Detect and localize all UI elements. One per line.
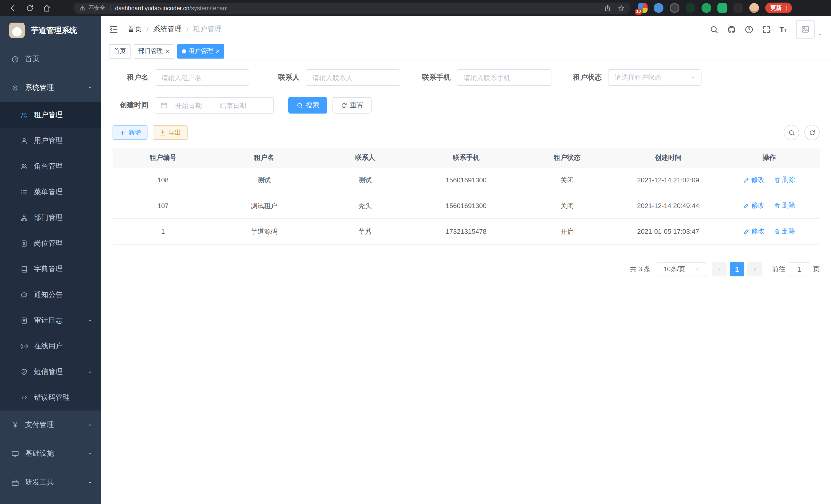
github-icon[interactable] [727, 25, 736, 34]
security-label[interactable]: 不安全 [88, 4, 105, 12]
help-icon[interactable] [744, 25, 753, 34]
not-secure-warning-icon[interactable] [79, 5, 86, 11]
sidebar-item-dict[interactable]: 字典管理 [0, 256, 101, 282]
app-logo[interactable]: 芋道管理系统 [0, 16, 101, 45]
prev-page-button[interactable] [712, 262, 727, 276]
sidebar-item-home[interactable]: 首页 [0, 45, 101, 73]
sidebar-item-notice[interactable]: 通知公告 [0, 282, 101, 308]
bookmark-star-icon[interactable] [618, 4, 625, 11]
extension-icon[interactable] [670, 3, 679, 13]
sidebar-item-dev-tools[interactable]: 研发工具 [0, 468, 101, 497]
filter-row-1: 租户名 联系人 联系手机 租户状态 请选择租户状态 [113, 69, 820, 86]
tab-home[interactable]: 首页 [109, 44, 131, 58]
org-tree-icon [21, 214, 28, 221]
refresh-table-button[interactable] [804, 125, 820, 140]
date-range-picker[interactable]: - [155, 97, 274, 114]
sidebar-item-payment[interactable]: 支付管理 [0, 411, 101, 439]
sidebar-item-sms[interactable]: 短信管理 [0, 359, 101, 385]
fullscreen-icon[interactable] [762, 25, 771, 34]
page-size-select[interactable]: 10条/页 [657, 262, 706, 276]
tenant-name-input[interactable] [155, 69, 249, 86]
chrome-update-button[interactable]: 更新 [765, 3, 792, 13]
end-date-input[interactable] [214, 101, 252, 109]
cell-status: 关闭 [517, 167, 618, 193]
share-icon[interactable] [604, 4, 611, 11]
pencil-icon [743, 177, 750, 183]
export-button[interactable]: 导出 [153, 125, 188, 140]
avatar[interactable] [796, 20, 814, 38]
menu-list-icon [21, 188, 28, 196]
chevron-down-icon [87, 369, 93, 375]
goto-prefix-label: 前往 [772, 265, 785, 274]
sidebar-item-menu[interactable]: 菜单管理 [0, 179, 101, 205]
tab-dept[interactable]: 部门管理 × [134, 44, 174, 58]
sidebar-item-error-code[interactable]: 错误码管理 [0, 385, 101, 411]
reset-button[interactable]: 重置 [333, 97, 372, 114]
goto-page: 前往 页 [772, 262, 820, 276]
browser-menu-dots-icon[interactable] [783, 5, 790, 11]
page-number-button[interactable]: 1 [730, 262, 744, 276]
home-icon[interactable] [42, 4, 51, 12]
trash-icon [774, 177, 780, 183]
sidebar-item-user[interactable]: 用户管理 [0, 128, 101, 154]
close-icon[interactable]: × [166, 48, 169, 55]
pencil-icon [743, 202, 750, 209]
url-text[interactable]: dashboard.yudao.iocoder.cn/system/tenant [115, 5, 597, 11]
breadcrumb-home[interactable]: 首页 [127, 25, 142, 34]
extension-icon[interactable] [654, 3, 663, 13]
cell-tenant-name: 测试租户 [213, 193, 315, 218]
sidebar-item-online-user[interactable]: 在线用户 [0, 333, 101, 359]
add-button[interactable]: 新增 [113, 125, 147, 140]
toggle-search-button[interactable] [784, 125, 799, 140]
extension-icon[interactable] [701, 3, 711, 13]
extension-icon[interactable]: 10 [638, 3, 648, 13]
next-page-button[interactable] [747, 262, 762, 276]
profile-avatar-icon[interactable] [749, 3, 759, 13]
delete-link[interactable]: 删除 [774, 175, 795, 185]
collapse-sidebar-icon[interactable] [109, 24, 119, 34]
sidebar-item-post[interactable]: 岗位管理 [0, 231, 101, 256]
contact-input[interactable] [306, 69, 400, 86]
edit-link[interactable]: 修改 [743, 227, 765, 236]
badge-icon [21, 240, 28, 247]
sidebar-item-system[interactable]: 系统管理 [0, 73, 101, 102]
close-icon[interactable]: × [216, 48, 220, 55]
edit-link[interactable]: 修改 [743, 175, 765, 185]
tab-label: 首页 [114, 47, 126, 56]
sidebar-item-label: 错误码管理 [34, 393, 93, 402]
font-size-icon[interactable]: TT [779, 25, 787, 33]
extension-icon[interactable] [733, 3, 743, 13]
user-menu[interactable] [796, 20, 823, 38]
tab-tenant[interactable]: 租户管理 × [177, 44, 224, 58]
breadcrumb-separator: / [146, 25, 148, 33]
chevron-right-icon [751, 266, 758, 272]
sidebar-item-infra[interactable]: 基础设施 [0, 439, 101, 468]
chevron-down-icon [87, 451, 93, 457]
search-icon[interactable] [710, 25, 718, 34]
delete-link[interactable]: 删除 [774, 201, 795, 210]
cell-actions: 修改 删除 [719, 193, 820, 218]
link-label: 删除 [782, 227, 795, 236]
chevron-down-icon [690, 75, 696, 81]
sidebar-item-audit-log[interactable]: 审计日志 [0, 308, 101, 333]
breadcrumb-system[interactable]: 系统管理 [153, 25, 182, 34]
shield-icon [21, 368, 28, 376]
chevron-down-icon [694, 266, 700, 272]
search-button[interactable]: 搜索 [288, 97, 327, 114]
edit-link[interactable]: 修改 [743, 201, 765, 210]
filter-contact: 联系人 [264, 69, 400, 86]
reload-icon[interactable] [26, 4, 34, 12]
back-icon[interactable] [9, 4, 17, 12]
sidebar-item-dept[interactable]: 部门管理 [0, 205, 101, 231]
goto-page-input[interactable] [789, 262, 809, 276]
sidebar-item-tenant[interactable]: 租户管理 [0, 102, 101, 128]
extension-icon[interactable] [686, 3, 695, 13]
phone-input[interactable] [457, 69, 551, 86]
url-bar[interactable]: 不安全 dashboard.yudao.iocoder.cn/system/te… [74, 2, 631, 13]
start-date-input[interactable] [170, 101, 207, 109]
status-select[interactable]: 请选择租户状态 [608, 69, 701, 86]
extension-icon[interactable] [717, 3, 727, 13]
delete-link[interactable]: 删除 [774, 227, 795, 236]
sidebar-item-role[interactable]: 角色管理 [0, 154, 101, 179]
yen-icon [11, 421, 19, 429]
